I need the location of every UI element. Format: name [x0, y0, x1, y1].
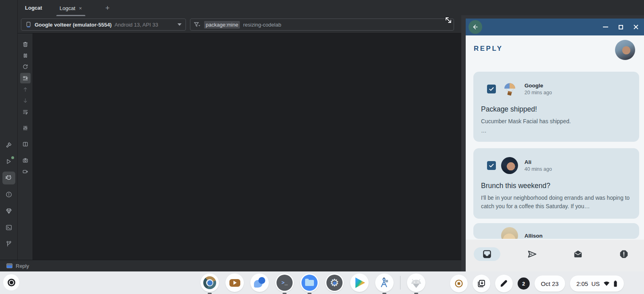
- sender-name: Ali: [524, 159, 552, 165]
- email-card[interactable]: Allison: [473, 223, 639, 239]
- email-body: Cucumber Mask Facial has shipped.: [481, 117, 631, 126]
- dock-app-chromium[interactable]: [200, 273, 219, 292]
- video-icon: [22, 168, 29, 175]
- run-tool-button[interactable]: [2, 155, 15, 168]
- email-card[interactable]: Ali40 mins agoBrunch this weekend?I'll b…: [473, 148, 639, 219]
- screen-record-button[interactable]: [20, 166, 31, 177]
- logcat-panel-header: Logcat Logcat × +: [18, 0, 644, 16]
- emulator-titlebar[interactable]: [466, 19, 644, 35]
- restart-logcat-button[interactable]: [20, 62, 31, 72]
- clear-logcat-button[interactable]: [20, 39, 31, 50]
- messages-icon: [254, 277, 265, 288]
- dock-app-youtube[interactable]: [225, 273, 244, 292]
- sender-block: Allison: [524, 233, 543, 239]
- date-label: Oct 23: [541, 280, 559, 287]
- terminal-tool-button[interactable]: [2, 221, 15, 234]
- logcat-tab-label: Logcat: [60, 5, 75, 11]
- gem-icon: [5, 207, 12, 215]
- maximize-button[interactable]: [617, 24, 624, 30]
- next-occurrence-button[interactable]: [20, 95, 31, 106]
- logcat-tool-button[interactable]: [2, 172, 15, 184]
- logcat-options-button[interactable]: [20, 123, 31, 133]
- camera-icon: [22, 157, 29, 164]
- dock-app-settings[interactable]: ⚙: [325, 273, 344, 292]
- logcat-toolbar: [18, 33, 33, 260]
- split-panel-button[interactable]: [20, 139, 31, 149]
- nav-mail-button[interactable]: [573, 249, 583, 259]
- git-icon: [5, 240, 12, 248]
- email-list: Google20 mins agoPackage shipped!Cucumbe…: [466, 35, 644, 271]
- device-selector-dropdown[interactable]: Google volteer (emulator-5554) Android 1…: [21, 19, 186, 31]
- run-icon: [5, 158, 12, 165]
- problems-icon: [5, 191, 12, 198]
- calendar-date-pill[interactable]: Oct 23: [535, 275, 565, 292]
- problems-tool-button[interactable]: [2, 188, 15, 201]
- sliders-icon: [22, 125, 29, 131]
- chromium-icon: [203, 276, 216, 289]
- scroll-end-icon: [22, 75, 29, 81]
- email-subject: Package shipped!: [481, 105, 639, 114]
- stylus-tools-button[interactable]: [495, 275, 513, 292]
- tool-window-stripe: [0, 0, 18, 260]
- dock-app-terminal[interactable]: >_: [275, 273, 294, 292]
- app-dock: >_⚙: [200, 273, 425, 292]
- app-quality-insights-button[interactable]: [2, 205, 15, 217]
- screen-capture-button[interactable]: [473, 275, 490, 292]
- screen: Logcat Logcat × + Google volteer (emulat…: [0, 0, 644, 294]
- chromeos-shelf: >_⚙ 2 Oct 23: [0, 271, 644, 294]
- new-tab-button[interactable]: +: [100, 0, 115, 16]
- sender-name: Google: [524, 83, 552, 89]
- dock-app-android-studio[interactable]: [375, 273, 394, 292]
- email-checkbox[interactable]: [487, 85, 496, 93]
- logcat-tab[interactable]: Logcat ×: [56, 0, 86, 16]
- nav-inbox-button[interactable]: [474, 247, 500, 261]
- soft-wrap-icon: [22, 109, 29, 115]
- nav-sent-button[interactable]: [527, 249, 537, 259]
- running-app-icon: [6, 263, 12, 268]
- scroll-to-end-button[interactable]: [20, 73, 31, 83]
- version-control-button[interactable]: [2, 238, 15, 251]
- previous-occurrence-button[interactable]: [20, 84, 31, 95]
- dock-app-android-emulator[interactable]: [407, 273, 425, 292]
- reply-app: REPLY Google20 mins agoPackage shipped!C…: [466, 35, 644, 271]
- close-button[interactable]: [633, 24, 639, 30]
- inbox-icon: [482, 249, 492, 259]
- chevron-down-icon: [178, 23, 182, 26]
- launcher-button[interactable]: [3, 274, 19, 290]
- mail-icon: [573, 249, 583, 259]
- dock-app-files[interactable]: [300, 273, 319, 292]
- quick-settings-pill[interactable]: 2:05 US: [570, 275, 624, 292]
- nav-spam-button[interactable]: [619, 249, 629, 259]
- settings-gear-icon: ⚙: [326, 275, 343, 291]
- pause-logcat-button[interactable]: [20, 50, 31, 61]
- screen-record-indicator[interactable]: [450, 275, 468, 292]
- split-icon: [22, 141, 29, 147]
- device-icon: [25, 21, 32, 28]
- battery-icon: [613, 280, 617, 287]
- screenshot-button[interactable]: [20, 155, 31, 166]
- sender-avatar: [501, 81, 518, 97]
- email-card[interactable]: Google20 mins agoPackage shipped!Cucumbe…: [473, 72, 639, 142]
- minimize-button[interactable]: [602, 24, 609, 30]
- email-subject: Brunch this weekend?: [481, 182, 639, 190]
- tab-close-icon[interactable]: ×: [79, 5, 82, 11]
- logcat-filter-input[interactable]: package:mine resizing-codelab: [190, 19, 454, 31]
- sender-avatar: [501, 227, 518, 239]
- hammer-icon: [5, 141, 12, 149]
- back-button[interactable]: [469, 20, 482, 34]
- dock-app-play-store[interactable]: [350, 273, 369, 292]
- soft-wrap-button[interactable]: [20, 107, 31, 117]
- email-header-row: Allison: [473, 223, 639, 239]
- bottom-navigation-bar: [466, 240, 644, 271]
- resize-cursor-icon: [443, 15, 454, 25]
- filter-key-chip[interactable]: package:mine: [204, 21, 240, 29]
- notification-counter[interactable]: 2: [518, 277, 530, 290]
- terminal-icon: [5, 224, 12, 231]
- status-bar-text: Reply: [16, 263, 29, 269]
- arrow-down-icon: [22, 97, 29, 104]
- build-tool-button[interactable]: [2, 139, 15, 151]
- dock-app-messages[interactable]: [250, 273, 269, 292]
- emulator-window: REPLY Google20 mins agoPackage shipped!C…: [461, 15, 644, 271]
- email-time: 40 mins ago: [524, 166, 552, 172]
- email-checkbox[interactable]: [487, 161, 496, 170]
